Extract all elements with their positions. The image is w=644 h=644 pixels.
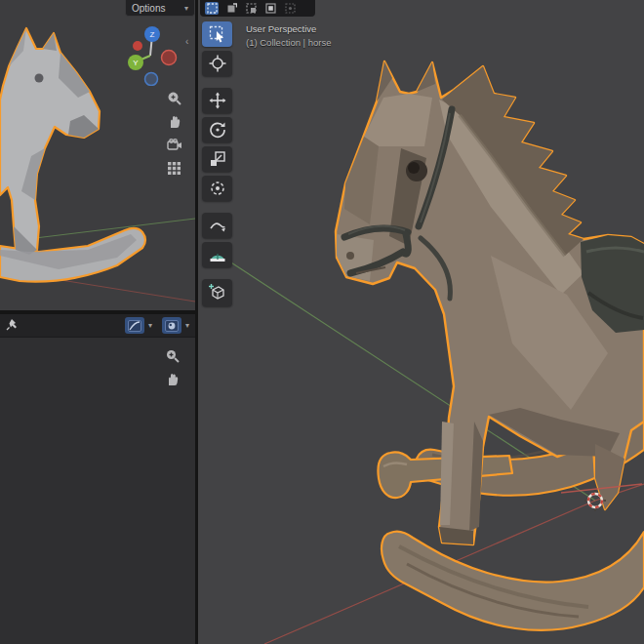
- uv-image-editor[interactable]: ▾ ▾: [0, 314, 195, 644]
- options-label: Options: [132, 3, 165, 14]
- scene-canvas: [198, 0, 644, 644]
- scale-tool[interactable]: [202, 146, 232, 172]
- select-mode-extend[interactable]: [224, 2, 238, 15]
- svg-text:Y: Y: [133, 59, 139, 67]
- zoom-icon[interactable]: [166, 90, 182, 106]
- chevron-down-icon[interactable]: ▾: [148, 321, 152, 330]
- view-perspective-label: User Perspective: [246, 22, 331, 36]
- secondary-3d-viewport[interactable]: Options ▾ Z Y: [0, 0, 195, 310]
- chevron-down-icon: ▾: [184, 4, 188, 13]
- pan-hand-icon[interactable]: [166, 113, 182, 130]
- active-collection-label: (1) Collection | horse: [246, 36, 331, 50]
- options-dropdown[interactable]: Options ▾: [125, 0, 195, 17]
- viewport-info-text: User Perspective (1) Collection | horse: [246, 22, 331, 50]
- uv-nav-controls: [164, 347, 181, 387]
- uv-editor-header: ▾ ▾: [0, 314, 195, 338]
- measure-tool[interactable]: [202, 242, 232, 267]
- select-mode-strip: [200, 0, 315, 17]
- select-mode-set[interactable]: [205, 2, 219, 15]
- pin-icon[interactable]: [6, 317, 19, 335]
- rocking-horse-model: [336, 61, 644, 630]
- region-collapse-arrow[interactable]: ‹: [185, 36, 188, 47]
- gizmo-axis-x-neg: [162, 51, 177, 65]
- tool-shelf: [202, 21, 233, 306]
- pan-hand-icon[interactable]: [164, 371, 181, 387]
- gizmo-axis-z-neg: [145, 73, 158, 86]
- select-mode-intersect[interactable]: [283, 2, 297, 15]
- select-box-tool[interactable]: [202, 21, 232, 47]
- panel-divider-horizontal[interactable]: [0, 310, 195, 314]
- camera-view-icon[interactable]: [166, 137, 182, 153]
- chevron-down-icon[interactable]: ▾: [185, 321, 189, 330]
- blender-window: Options ▾ Z Y: [0, 0, 644, 644]
- grid-ortho-icon[interactable]: [166, 160, 182, 177]
- viewport-nav-controls: [166, 90, 182, 177]
- main-3d-viewport[interactable]: User Perspective (1) Collection | horse: [198, 0, 644, 644]
- move-tool[interactable]: [202, 88, 232, 113]
- zoom-icon[interactable]: [164, 347, 181, 364]
- select-mode-subtract[interactable]: [244, 2, 258, 15]
- gizmo-axis-x: [133, 41, 142, 51]
- svg-text:Z: Z: [150, 30, 155, 39]
- orbit-gizmo[interactable]: Z Y: [123, 23, 181, 86]
- add-cube-tool[interactable]: [202, 279, 232, 306]
- transform-tool[interactable]: [202, 176, 232, 201]
- annotate-tool[interactable]: [202, 213, 232, 238]
- select-mode-invert[interactable]: [263, 2, 277, 15]
- cursor-tool[interactable]: [202, 51, 232, 76]
- rotate-tool[interactable]: [202, 117, 232, 142]
- editor-type-image-button[interactable]: [125, 317, 144, 334]
- browse-image-button[interactable]: [162, 317, 181, 334]
